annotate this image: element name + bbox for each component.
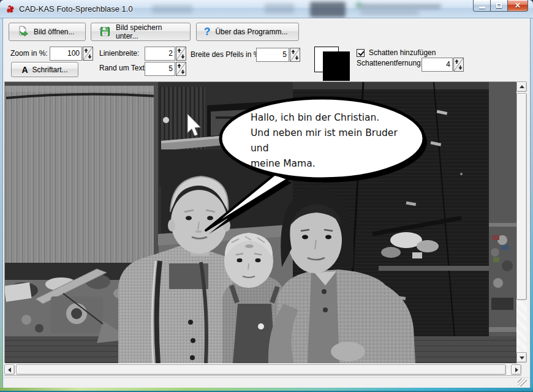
app-logo-icon — [6, 4, 15, 14]
glass-ghost — [310, 2, 346, 17]
font-button-label: Schriftart... — [32, 66, 68, 74]
shadow-distance-label: Schattenentfernung: — [357, 59, 423, 67]
arrow-up-icon — [520, 85, 524, 88]
glass-ghost — [360, 11, 419, 15]
bold-A-icon: A — [21, 65, 28, 75]
linewidth-spinedit: 2 — [145, 47, 186, 61]
horizontal-scroll-thumb[interactable] — [16, 364, 506, 375]
shadow-distance-input[interactable]: 4 — [421, 58, 453, 72]
window-border-bottom — [0, 388, 533, 392]
divider — [4, 375, 521, 377]
question-icon: ? — [204, 26, 210, 38]
glass-ghost — [152, 5, 192, 13]
app-window: CAD-KAS Foto-Sprechblase 1.0 ✕ Bild öffn… — [0, 0, 533, 392]
window-title: CAD-KAS Foto-Sprechblase 1.0 — [19, 4, 133, 13]
shelf-right-edge — [489, 82, 517, 363]
zoom-input[interactable]: 100 — [50, 47, 82, 61]
text-margin-spinedit: 5 — [145, 62, 186, 76]
linewidth-input[interactable]: 2 — [145, 47, 175, 61]
scroll-down-button[interactable] — [516, 352, 527, 363]
save-image-label: Bild speichern unter... — [116, 23, 183, 40]
font-button[interactable]: A Schriftart... — [11, 62, 78, 77]
zoom-spinner[interactable] — [83, 47, 93, 61]
linewidth-label: Linienbreite: — [99, 49, 139, 58]
scroll-up-button[interactable] — [516, 81, 527, 92]
open-image-button[interactable]: Bild öffnen... — [9, 23, 86, 41]
arrow-width-label: Breite des Pfeils in %: — [191, 50, 262, 59]
shadow-distance-spinner[interactable] — [453, 58, 464, 72]
open-image-icon — [17, 25, 29, 39]
arrow-down-icon — [520, 356, 524, 360]
save-image-button[interactable]: Bild speichern unter... — [91, 23, 191, 41]
scroll-right-button[interactable] — [511, 364, 521, 375]
title-bar[interactable]: CAD-KAS Foto-Sprechblase 1.0 ✕ — [0, 0, 533, 18]
text-margin-spinner[interactable] — [176, 62, 186, 76]
horizontal-scrollbar[interactable] — [4, 364, 521, 375]
close-button[interactable]: ✕ — [507, 0, 528, 12]
about-button[interactable]: ? Über das Programm... — [196, 23, 299, 41]
shadow-distance-spinedit: 4 — [421, 58, 464, 72]
minimize-button[interactable] — [473, 0, 491, 12]
photo-scene: Hallo, ich bin der Christian. Und neben … — [5, 82, 517, 363]
wood-cabinet-left — [5, 86, 159, 270]
bubble-text-line: und — [251, 143, 269, 154]
bubble-text-line: Hallo, ich bin der Christian. — [251, 112, 379, 123]
about-label: Über das Programm... — [215, 28, 287, 36]
zoom-spinedit: 100 — [50, 47, 93, 61]
arrow-width-input[interactable]: 5 — [256, 48, 289, 62]
shadow-checkbox[interactable] — [357, 49, 365, 57]
maximize-icon — [496, 3, 502, 8]
scroll-left-button[interactable] — [4, 364, 15, 375]
glass-ghost — [356, 2, 361, 8]
text-margin-label: Rand um Text — [99, 64, 145, 72]
window-border-right — [530, 18, 533, 388]
status-bar — [3, 377, 530, 388]
glass-ghost — [360, 4, 441, 9]
maximize-button[interactable] — [490, 0, 508, 12]
shadow-checkbox-label: Schatten hinzufügen — [369, 48, 436, 57]
arrow-right-icon — [515, 368, 518, 372]
minimize-icon — [479, 7, 485, 9]
vertical-scrollbar[interactable] — [516, 81, 527, 363]
bubble-text-line: Und neben mir ist mein Bruder — [251, 127, 398, 138]
glass-ghost — [265, 4, 294, 13]
text-margin-input[interactable]: 5 — [145, 62, 175, 76]
linewidth-spinner[interactable] — [176, 47, 186, 61]
line-color-swatch[interactable] — [323, 51, 350, 81]
open-image-label: Bild öffnen... — [34, 28, 75, 36]
zoom-label: Zoom in %: — [10, 49, 48, 58]
arrow-width-spinedit: 5 — [256, 48, 300, 62]
arrow-width-spinner[interactable] — [290, 48, 300, 62]
save-icon — [99, 25, 111, 39]
arrow-left-icon — [8, 368, 11, 372]
photo-canvas[interactable]: Hallo, ich bin der Christian. Und neben … — [4, 81, 516, 363]
resize-grip-icon[interactable] — [518, 379, 527, 386]
close-icon: ✕ — [515, 1, 521, 10]
bubble-text-line: meine Mama. — [251, 158, 316, 169]
vertical-scroll-thumb[interactable] — [516, 93, 527, 300]
